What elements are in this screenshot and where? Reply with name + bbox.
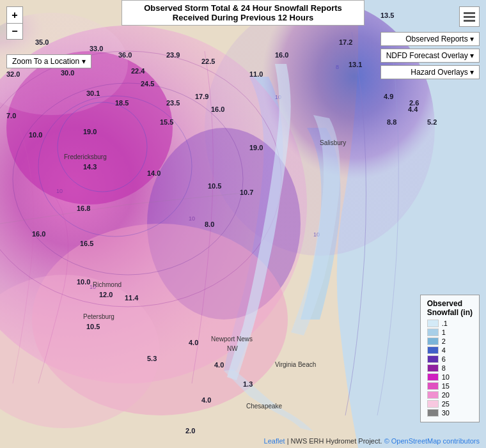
legend-color-swatch (427, 320, 439, 327)
legend-value-label: 8 (442, 364, 446, 372)
layer-toggle-button[interactable] (459, 6, 480, 27)
legend-items: .1124681015202530 (427, 320, 473, 417)
legend-color-swatch (427, 346, 439, 354)
legend-color-swatch (427, 355, 439, 363)
legend-item: 15 (427, 382, 473, 390)
legend-color-swatch (427, 364, 439, 372)
legend-value-label: 30 (442, 409, 450, 417)
right-controls-group: Observed Reports ▾ NDFD Forecast Overlay… (380, 32, 480, 79)
legend-value-label: 10 (442, 373, 450, 381)
svg-text:10: 10 (56, 188, 63, 194)
zoom-out-button[interactable]: − (6, 23, 23, 40)
svg-text:8: 8 (336, 64, 339, 70)
legend-value-label: 20 (442, 391, 450, 399)
map-footer: Leaflet | NWS ERH Hydromet Project. © Op… (264, 437, 480, 445)
title-text: Observed Storm Total & 24 Hour Snowfall … (144, 3, 342, 22)
legend-color-swatch (427, 373, 439, 381)
ndfd-overlay-label: NDFD Forecast Overlay ▾ (386, 51, 474, 60)
footer-nws: | NWS ERH Hydromet Project. (287, 437, 382, 445)
legend-item: 2 (427, 337, 473, 345)
legend-color-swatch (427, 391, 439, 399)
legend: Observed Snowfall (in) .1124681015202530 (420, 295, 480, 422)
layer-line-2 (464, 16, 475, 18)
svg-text:10: 10 (189, 215, 195, 222)
observed-reports-label: Observed Reports ▾ (405, 35, 474, 43)
legend-item: 8 (427, 364, 473, 372)
leaflet-link[interactable]: Leaflet (264, 437, 285, 445)
legend-value-label: .1 (442, 320, 448, 327)
legend-value-label: 1 (442, 328, 446, 336)
legend-item: 25 (427, 400, 473, 408)
legend-value-label: 15 (442, 382, 450, 390)
legend-item: 4 (427, 346, 473, 354)
legend-color-swatch (427, 328, 439, 336)
legend-item: 30 (427, 409, 473, 417)
hazard-overlays-button[interactable]: Hazard Overlays ▾ (380, 65, 480, 79)
legend-value-label: 4 (442, 346, 446, 354)
legend-color-swatch (427, 382, 439, 390)
zoom-control-group: + − (6, 6, 23, 40)
legend-color-swatch (427, 337, 439, 345)
legend-item: .1 (427, 320, 473, 327)
zoom-location-label: Zoom To a Location ▾ (12, 57, 86, 66)
legend-item: 10 (427, 373, 473, 381)
legend-color-swatch (427, 409, 439, 417)
legend-title-2: Snowfall (in) (427, 308, 473, 317)
legend-value-label: 25 (442, 400, 450, 408)
zoom-in-button[interactable]: + (6, 6, 23, 23)
legend-color-swatch (427, 400, 439, 408)
map-container: 10 10 10 10 10 8 Observed Storm Total & … (0, 0, 486, 448)
legend-title: Observed Snowfall (in) (427, 299, 473, 317)
openstreetmap-link[interactable]: © OpenStreetMap contributors (384, 437, 480, 445)
legend-value-label: 6 (442, 355, 446, 363)
legend-item: 20 (427, 391, 473, 399)
map-title: Observed Storm Total & 24 Hour Snowfall … (122, 0, 364, 26)
observed-reports-button[interactable]: Observed Reports ▾ (380, 32, 480, 46)
svg-text:10: 10 (90, 284, 96, 290)
ndfd-overlay-button[interactable]: NDFD Forecast Overlay ▾ (380, 49, 480, 63)
legend-title-1: Observed (427, 299, 462, 308)
legend-value-label: 2 (442, 337, 446, 345)
legend-item: 1 (427, 328, 473, 336)
hazard-overlays-label: Hazard Overlays ▾ (411, 68, 474, 77)
zoom-to-location-button[interactable]: Zoom To a Location ▾ (6, 54, 91, 68)
layer-line-1 (464, 12, 475, 14)
legend-item: 6 (427, 355, 473, 363)
layer-line-3 (464, 20, 475, 22)
